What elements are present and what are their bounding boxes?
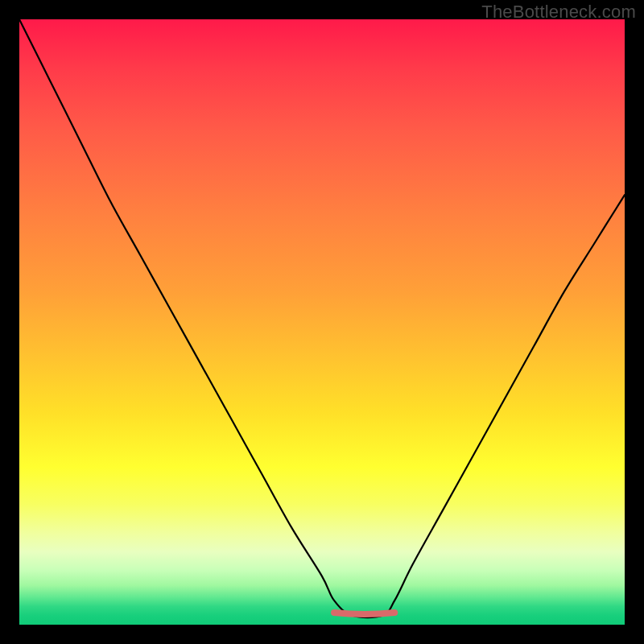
watermark-text: TheBottleneck.com	[481, 2, 636, 23]
plot-area	[19, 19, 625, 625]
bottleneck-curve	[19, 19, 625, 617]
chart-svg	[19, 19, 625, 625]
chart-frame: TheBottleneck.com	[0, 0, 644, 644]
flat-trough-highlight	[334, 613, 394, 614]
